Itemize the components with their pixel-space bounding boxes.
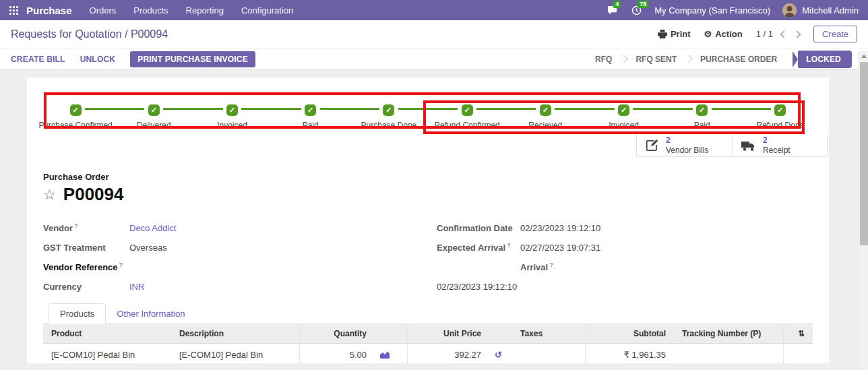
previous-page-icon[interactable]: [780, 30, 787, 38]
vendor-bills-button[interactable]: 2 Vendor Bills: [636, 134, 732, 157]
print-button[interactable]: Print: [658, 29, 691, 39]
help-icon: ?: [119, 261, 123, 268]
field-vendor: Vendor? Deco Addict: [43, 218, 421, 238]
help-icon: ?: [507, 242, 511, 249]
menu-orders[interactable]: Orders: [90, 5, 117, 16]
page-title: P00094: [63, 184, 124, 205]
workflow-step: ✓ Recieved: [506, 103, 584, 130]
workflow-step: ✓ Invoiced: [584, 103, 662, 130]
workflow-step: ✓ Paid: [663, 103, 741, 130]
help-icon: ?: [74, 222, 78, 229]
activities-clock-icon[interactable]: 78: [630, 5, 642, 16]
col-subtotal[interactable]: Subtotal: [585, 324, 674, 343]
optional-columns-icon[interactable]: ⇅: [783, 324, 813, 343]
currency-value[interactable]: INR: [129, 282, 144, 292]
action-bar: CREATE BILL UNLOCK PRINT PURCHASE INVOIC…: [0, 49, 868, 70]
check-icon[interactable]: ✓: [696, 104, 708, 116]
pencil-square-icon: [645, 138, 660, 153]
status-rfq[interactable]: RFQ: [586, 55, 621, 64]
col-quantity[interactable]: Quantity: [299, 324, 375, 343]
create-bill-button[interactable]: CREATE BILL: [11, 55, 65, 64]
cell-quantity[interactable]: 5.00: [299, 343, 375, 363]
check-icon[interactable]: ✓: [462, 104, 473, 116]
field-gst-treatment: GST Treatment Overseas: [43, 238, 421, 257]
breadcrumb[interactable]: Requests for Quotation / P00094: [11, 28, 168, 40]
smart-buttons: 2 Vendor Bills 2 Receipt: [43, 134, 828, 157]
top-navbar: Purchase Orders Products Reporting Confi…: [0, 0, 868, 20]
cell-taxes[interactable]: [512, 343, 585, 363]
confirmation-date-value: 02/23/2023 19:12:10: [520, 223, 600, 233]
field-vendor-reference: Vendor Reference?: [43, 257, 421, 277]
workflow-step: ✓ Purchase Done: [350, 103, 428, 130]
gear-icon: ⚙: [704, 29, 712, 39]
check-icon[interactable]: ✓: [70, 104, 82, 116]
col-product[interactable]: Product: [43, 324, 171, 343]
status-rfq-sent[interactable]: RFQ SENT: [627, 55, 685, 64]
app-name[interactable]: Purchase: [26, 5, 72, 16]
status-arrow-icon: [793, 51, 798, 67]
unlock-button[interactable]: UNLOCK: [80, 55, 116, 64]
menu-reporting[interactable]: Reporting: [186, 5, 224, 16]
field-arrival-date: 02/23/2023 19:12:10: [437, 277, 801, 297]
table-header-row: Product Description Quantity Unit Price …: [43, 324, 813, 343]
user-menu[interactable]: Mitchell Admin: [782, 3, 859, 18]
messages-icon[interactable]: 4: [606, 5, 618, 16]
create-button[interactable]: Create: [813, 26, 857, 42]
statusbar: RFQ RFQ SENT PURCHASE ORDER LOCKED: [586, 51, 852, 68]
apps-grid-icon[interactable]: [9, 6, 18, 15]
check-icon[interactable]: ✓: [226, 104, 238, 116]
gst-treatment-value: Overseas: [129, 243, 167, 253]
scrollbar-thumb[interactable]: [860, 62, 868, 245]
check-icon[interactable]: ✓: [383, 104, 394, 116]
check-icon[interactable]: ✓: [148, 104, 160, 116]
cell-description[interactable]: [E-COM10] Pedal Bin: [171, 343, 299, 363]
tab-other-information[interactable]: Other Information: [106, 304, 195, 323]
menu-products[interactable]: Products: [133, 5, 168, 16]
table-row[interactable]: [E-COM10] Pedal Bin [E-COM10] Pedal Bin …: [43, 343, 813, 363]
vendor-value[interactable]: Deco Addict: [129, 223, 176, 233]
receipt-label: Receipt: [763, 146, 790, 156]
check-icon[interactable]: ✓: [305, 104, 316, 116]
workflow-step: ✓ Delivered: [115, 103, 193, 130]
status-purchase-order[interactable]: PURCHASE ORDER: [691, 55, 786, 64]
cell-unit-price[interactable]: 392.27: [407, 343, 489, 363]
arrival-date-value: 02/23/2023 19:12:10: [437, 282, 520, 292]
truck-icon: [741, 139, 757, 152]
col-taxes[interactable]: Taxes: [512, 324, 585, 343]
order-lines-table: Product Description Quantity Unit Price …: [43, 324, 813, 363]
cell-product[interactable]: [E-COM10] Pedal Bin: [43, 343, 171, 363]
activities-badge: 78: [638, 1, 648, 8]
next-page-icon[interactable]: [793, 30, 801, 38]
field-arrival: Arrival?: [437, 257, 801, 277]
app-menus: Orders Products Reporting Configuration: [90, 5, 294, 16]
receipt-button[interactable]: 2 Receipt: [732, 134, 828, 157]
field-expected-arrival: Expected Arrival? 02/27/2023 19:07:31: [437, 238, 801, 257]
user-name: Mitchell Admin: [802, 5, 859, 16]
print-purchase-invoice-button[interactable]: PRINT PURCHASE INVOICE: [130, 51, 255, 67]
check-icon[interactable]: ✓: [618, 104, 629, 116]
menu-configuration[interactable]: Configuration: [241, 5, 293, 16]
status-locked[interactable]: LOCKED: [793, 51, 852, 68]
price-history-icon[interactable]: ↺: [495, 350, 502, 360]
favorite-star-icon[interactable]: ☆: [43, 187, 56, 202]
field-confirmation-date: Confirmation Date 02/23/2023 19:12:10: [437, 218, 801, 238]
workflow-step: ✓ Purchase Confirmed: [36, 103, 115, 130]
check-icon[interactable]: ✓: [540, 104, 551, 116]
messages-badge: 4: [613, 1, 621, 8]
field-group: Vendor? Deco Addict GST Treatment Overse…: [43, 218, 813, 297]
avatar: [782, 3, 797, 18]
help-icon: ?: [549, 261, 553, 268]
expected-arrival-value: 02/27/2023 19:07:31: [520, 243, 600, 253]
scroll-up-button[interactable]: [859, 51, 868, 61]
tab-products[interactable]: Products: [49, 303, 106, 324]
col-unit-price[interactable]: Unit Price: [407, 324, 489, 343]
col-description[interactable]: Description: [171, 324, 299, 343]
record-type-label: Purchase Order: [43, 172, 813, 182]
col-tracking-number[interactable]: Tracking Number (P): [674, 324, 783, 343]
company-switcher[interactable]: My Company (San Francisco): [654, 5, 770, 16]
check-icon[interactable]: ✓: [774, 104, 786, 116]
cell-tracking-number[interactable]: [674, 343, 783, 363]
action-button[interactable]: ⚙ Action: [704, 29, 743, 39]
cell-subtotal: ₹ 1,961.35: [585, 343, 674, 363]
forecast-chart-icon[interactable]: [380, 350, 390, 359]
